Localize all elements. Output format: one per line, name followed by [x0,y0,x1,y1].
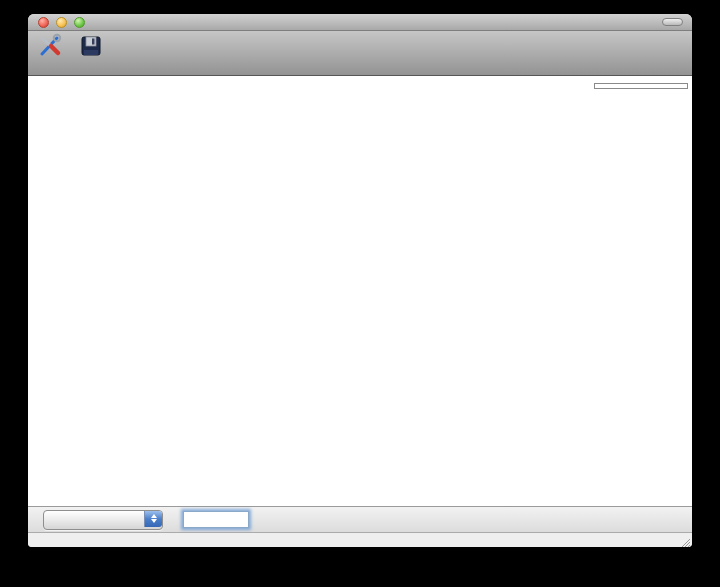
app-window [28,14,692,547]
window-controls [38,17,85,28]
minimize-button[interactable] [56,17,67,28]
close-button[interactable] [38,17,49,28]
controls-bar [28,506,692,532]
plot-legend [594,83,688,89]
save-button[interactable] [77,31,104,59]
titlebar[interactable] [28,14,692,31]
status-bar [28,532,692,547]
show-hide-controls-button[interactable] [36,31,63,59]
figure-canvas[interactable] [28,76,692,506]
resize-grip[interactable] [679,536,691,547]
save-icon [77,33,104,59]
toolbar-toggle-pill[interactable] [662,18,683,26]
zoom-residue-input[interactable] [183,511,249,528]
tools-icon [36,33,63,59]
select-stepper-icon [144,511,162,527]
residue-range-select[interactable] [43,510,163,530]
zoom-button[interactable] [74,17,85,28]
toolbar [28,31,692,76]
desktop-background [0,0,720,587]
multi-criterion-plot[interactable] [28,76,692,506]
